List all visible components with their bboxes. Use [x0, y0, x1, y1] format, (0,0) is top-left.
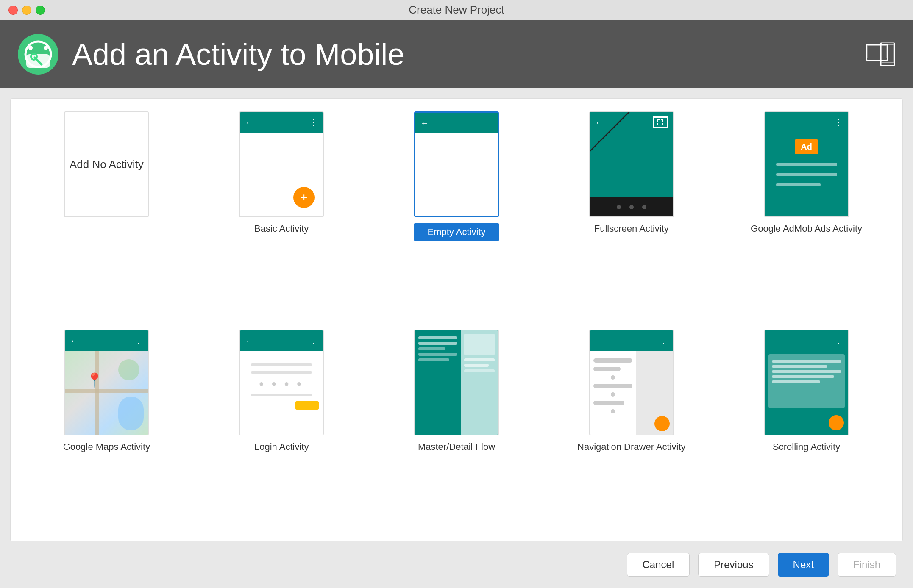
- back-arrow-icon: ←: [245, 118, 253, 128]
- bottom-bar: Cancel Previous Next Finish: [0, 541, 913, 588]
- maps-toolbar: ← ⋮: [65, 330, 148, 351]
- finish-button[interactable]: Finish: [838, 553, 896, 577]
- master-detail-label: Master/Detail Flow: [418, 441, 495, 452]
- login-toolbar: ← ⋮: [240, 330, 323, 351]
- activity-card-admob[interactable]: ⋮ Ad Google AdMob Ads Activity: [723, 111, 890, 317]
- maps-activity-preview: ← ⋮ 📍: [64, 330, 149, 435]
- svg-point-3: [44, 46, 48, 50]
- android-studio-logo: [17, 33, 59, 75]
- admob-activity-label: Google AdMob Ads Activity: [751, 223, 862, 234]
- no-activity-label: Add No Activity: [70, 158, 144, 171]
- maximize-button[interactable]: [36, 6, 45, 15]
- activity-card-maps[interactable]: ← ⋮ 📍: [23, 330, 190, 528]
- back-arrow-icon: ←: [420, 118, 429, 128]
- window-controls: [8, 6, 45, 15]
- fab-icon: +: [293, 187, 315, 208]
- nav-drawer-list: [590, 351, 636, 435]
- cancel-button[interactable]: Cancel: [627, 553, 690, 577]
- activity-card-nav-drawer[interactable]: ⋮: [548, 330, 715, 528]
- activity-card-no-activity[interactable]: Add No Activity: [23, 111, 190, 317]
- empty-activity-label: Empty Activity: [414, 223, 499, 241]
- nav-main-content: [636, 351, 673, 435]
- svg-rect-8: [867, 46, 887, 58]
- page-header: Add an Activity to Mobile: [0, 20, 913, 88]
- scroll-body: [765, 351, 848, 435]
- activity-card-fullscreen[interactable]: ← Fullscree: [548, 111, 715, 317]
- activity-card-master-detail[interactable]: Master/Detail Flow: [373, 330, 540, 528]
- svg-rect-7: [866, 44, 888, 61]
- previous-button[interactable]: Previous: [698, 553, 769, 577]
- maps-activity-label: Google Maps Activity: [63, 441, 150, 452]
- nav-toolbar: ⋮: [590, 330, 673, 351]
- fullscreen-activity-preview: ←: [589, 111, 674, 217]
- nav-drawer-label: Navigation Drawer Activity: [577, 441, 686, 452]
- basic-activity-preview: ← ⋮ +: [239, 111, 324, 217]
- activity-card-login[interactable]: ← ⋮ ● ● ● ● Login Activity: [198, 330, 365, 528]
- maps-body: 📍: [65, 351, 148, 435]
- login-activity-preview: ← ⋮ ● ● ● ●: [239, 330, 324, 435]
- window-title: Create New Project: [409, 3, 504, 17]
- empty-activity-preview: ←: [414, 111, 499, 217]
- basic-activity-label: Basic Activity: [254, 223, 309, 234]
- activity-grid: Add No Activity ← ⋮ + Basic Activity: [23, 111, 890, 528]
- close-button[interactable]: [8, 6, 18, 15]
- page-title: Add an Activity to Mobile: [72, 37, 404, 72]
- nav-drawer-preview: ⋮: [589, 330, 674, 435]
- scrolling-activity-preview: ⋮: [764, 330, 849, 435]
- fullscreen-activity-label: Fullscreen Activity: [594, 223, 669, 234]
- minimize-button[interactable]: [22, 6, 31, 15]
- admob-activity-preview: ⋮ Ad: [764, 111, 849, 217]
- activity-card-basic[interactable]: ← ⋮ + Basic Activity: [198, 111, 365, 317]
- overflow-menu-icon: ⋮: [309, 118, 318, 127]
- login-activity-label: Login Activity: [254, 441, 309, 452]
- activity-card-scrolling[interactable]: ⋮ Scrolling Activity: [723, 330, 890, 528]
- svg-point-2: [28, 46, 33, 50]
- scrolling-activity-label: Scrolling Activity: [773, 441, 840, 452]
- master-detail-preview: [414, 330, 499, 435]
- title-bar: Create New Project: [0, 0, 913, 20]
- scroll-toolbar: ⋮: [765, 330, 848, 351]
- overflow-menu-icon: ⋮: [835, 118, 843, 127]
- next-button[interactable]: Next: [778, 553, 829, 577]
- device-icon: [866, 43, 896, 66]
- activity-card-empty[interactable]: ← Empty Activity: [373, 111, 540, 317]
- activity-selection-area: Add No Activity ← ⋮ + Basic Activity: [10, 98, 903, 541]
